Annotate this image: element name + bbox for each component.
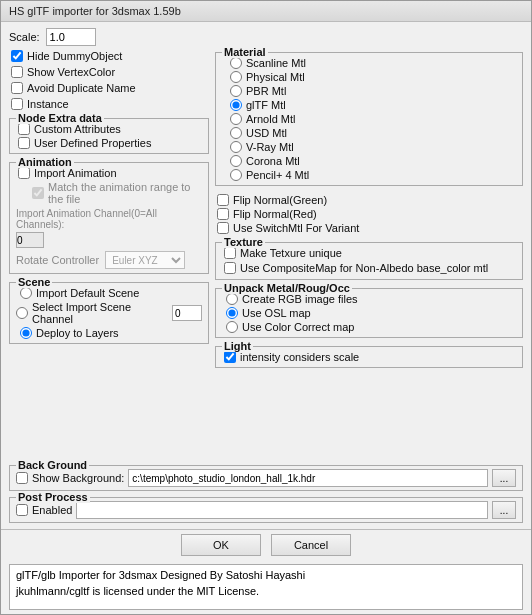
channel-input[interactable] (16, 232, 44, 248)
switch-mtl-checkbox[interactable] (217, 222, 229, 234)
mtl-physical-radio[interactable] (230, 71, 242, 83)
mtl-vray-radio[interactable] (230, 141, 242, 153)
mtl-arnold-radio[interactable] (230, 113, 242, 125)
flip-red-label: Flip Normal(Red) (233, 208, 317, 220)
browse-bg-button[interactable]: ... (492, 469, 516, 487)
channel-row: Import Animation Channel(0=All Channels)… (16, 208, 202, 248)
import-default-row: Import Default Scene (20, 287, 202, 299)
scene-title: Scene (16, 276, 52, 288)
post-process-row: Enabled ... (16, 501, 516, 519)
rotate-label: Rotate Controller (16, 254, 99, 266)
custom-attrs-row: Custom Attributes (18, 123, 202, 135)
mtl-arnold: Arnold Mtl (230, 113, 516, 125)
flip-green-label: Flip Normal(Green) (233, 194, 327, 206)
post-enabled-label: Enabled (32, 504, 72, 516)
unpack-title: Unpack Metal/Roug/Occ (222, 282, 352, 294)
make-unique-checkbox[interactable] (224, 247, 236, 259)
bottom-bar: OK Cancel (1, 529, 531, 560)
select-scene-radio[interactable] (16, 307, 28, 319)
mtl-gltf: glTF Mtl (230, 99, 516, 111)
post-input[interactable] (76, 501, 488, 519)
use-osl-label: Use OSL map (242, 307, 311, 319)
match-range-label: Match the animation range to the file (48, 181, 202, 205)
mtl-scanline-radio[interactable] (230, 57, 242, 69)
instance-row: Instance (11, 98, 209, 110)
rotate-dropdown[interactable]: Euler XYZ (105, 251, 185, 269)
mtl-vray-label: V-Ray Mtl (246, 141, 294, 153)
use-color-row: Use Color Correct map (226, 321, 516, 333)
mtl-pbr: PBR Mtl (230, 85, 516, 97)
animation-group: Animation Import Animation Match the ani… (9, 162, 209, 274)
light-group: Light intensity considers scale (215, 346, 523, 368)
post-enabled-checkbox[interactable] (16, 504, 28, 516)
browse-post-button[interactable]: ... (492, 501, 516, 519)
mtl-vray: V-Ray Mtl (230, 141, 516, 153)
right-column: Material Scanline Mtl Physical Mtl PB (215, 50, 523, 459)
deploy-layers-radio[interactable] (20, 327, 32, 339)
channel-label: Import Animation Channel(0=All Channels)… (16, 208, 202, 230)
avoid-dup-checkbox[interactable] (11, 82, 23, 94)
background-title: Back Ground (16, 459, 89, 471)
show-vertex-checkbox[interactable] (11, 66, 23, 78)
mtl-pencil-radio[interactable] (230, 169, 242, 181)
scale-label: Scale: (9, 31, 40, 43)
deploy-layers-label: Deploy to Layers (36, 327, 119, 339)
texture-group: Texture Make Tetxure unique Use Composit… (215, 242, 523, 280)
title-bar: HS glTF importer for 3dsmax 1.59b (1, 1, 531, 22)
mtl-pencil-label: Pencil+ 4 Mtl (246, 169, 309, 181)
show-vertex-row: Show VertexColor (11, 66, 209, 78)
import-anim-checkbox[interactable] (18, 167, 30, 179)
mtl-pencil: Pencil+ 4 Mtl (230, 169, 516, 181)
import-default-radio[interactable] (20, 287, 32, 299)
flip-green-checkbox[interactable] (217, 194, 229, 206)
window-title: HS glTF importer for 3dsmax 1.59b (9, 5, 181, 17)
flip-red-row: Flip Normal(Red) (217, 208, 523, 220)
post-process-title: Post Process (16, 491, 90, 503)
scene-channel-input[interactable] (172, 305, 202, 321)
flip-section: Flip Normal(Green) Flip Normal(Red) Use … (215, 194, 523, 234)
instance-label: Instance (27, 98, 69, 110)
instance-checkbox[interactable] (11, 98, 23, 110)
composite-map-row: Use CompositeMap for Non-Albedo base_col… (224, 261, 516, 275)
custom-attrs-checkbox[interactable] (18, 123, 30, 135)
use-color-label: Use Color Correct map (242, 321, 354, 333)
select-scene-label: Select Import Scene Channel (32, 301, 168, 325)
cancel-button[interactable]: Cancel (271, 534, 351, 556)
info-box: glTF/glb Importer for 3dsmax Designed By… (9, 564, 523, 610)
info-line2: jkuhlmann/cgltf is licensed under the MI… (16, 585, 516, 597)
left-column: Hide DummyObject Show VertexColor Avoid … (9, 50, 209, 459)
use-color-radio[interactable] (226, 321, 238, 333)
flip-red-checkbox[interactable] (217, 208, 229, 220)
user-defined-row: User Defined Properties (18, 137, 202, 149)
mtl-usd-radio[interactable] (230, 127, 242, 139)
create-rgb-radio[interactable] (226, 293, 238, 305)
use-osl-radio[interactable] (226, 307, 238, 319)
background-row: Show Background: ... (16, 469, 516, 487)
use-osl-row: Use OSL map (226, 307, 516, 319)
intensity-checkbox[interactable] (224, 351, 236, 363)
node-extra-group: Node Extra data Custom Attributes User D… (9, 118, 209, 154)
composite-map-checkbox[interactable] (224, 262, 236, 274)
select-scene-row: Select Import Scene Channel (16, 301, 202, 325)
mtl-gltf-label: glTF Mtl (246, 99, 286, 111)
main-layout: Hide DummyObject Show VertexColor Avoid … (9, 50, 523, 459)
mtl-pbr-radio[interactable] (230, 85, 242, 97)
user-defined-checkbox[interactable] (18, 137, 30, 149)
hide-dummy-checkbox[interactable] (11, 50, 23, 62)
material-list: Scanline Mtl Physical Mtl PBR Mtl g (226, 57, 516, 181)
mtl-gltf-radio[interactable] (230, 99, 242, 111)
mtl-corona-radio[interactable] (230, 155, 242, 167)
scale-input[interactable] (46, 28, 96, 46)
create-rgb-label: Create RGB image files (242, 293, 358, 305)
flip-green-row: Flip Normal(Green) (217, 194, 523, 206)
user-defined-label: User Defined Properties (34, 137, 151, 149)
match-range-checkbox[interactable] (32, 187, 44, 199)
switch-mtl-row: Use SwitchMtl For Variant (217, 222, 523, 234)
show-bg-checkbox[interactable] (16, 472, 28, 484)
mtl-usd-label: USD Mtl (246, 127, 287, 139)
main-window: HS glTF importer for 3dsmax 1.59b Scale:… (0, 0, 532, 615)
bg-path-input[interactable] (128, 469, 488, 487)
ok-button[interactable]: OK (181, 534, 261, 556)
content-area: Scale: Hide DummyObject Show VertexColor… (1, 22, 531, 529)
deploy-layers-row: Deploy to Layers (20, 327, 202, 339)
